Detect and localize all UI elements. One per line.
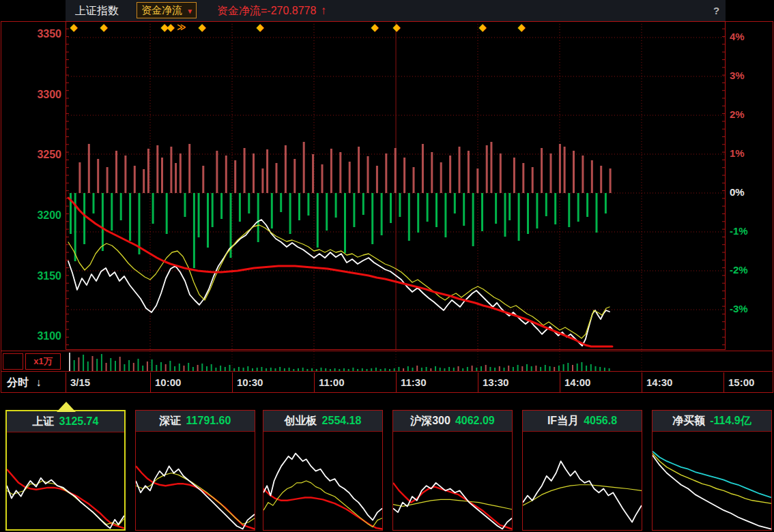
flow-bar-out (536, 193, 538, 228)
up-arrow-icon: ↑ (321, 4, 327, 17)
chevron-down-icon: ▼ (186, 8, 193, 15)
flow-bar-in (610, 168, 612, 193)
volume-bar (316, 369, 317, 371)
volume-bar (124, 364, 125, 371)
flow-bar-out (184, 193, 186, 217)
flow-bar-out (344, 193, 346, 253)
flow-bar-in (541, 148, 543, 193)
flow-bar-in (591, 160, 593, 193)
index-panel-4[interactable]: 沪深3004062.09 (392, 410, 513, 531)
flow-bar-out (220, 193, 223, 219)
flow-bar-in (358, 147, 360, 193)
flow-bar-in (285, 145, 287, 193)
volume-bar (334, 368, 336, 371)
volume-bar (147, 361, 148, 371)
price-line (68, 220, 610, 346)
volume-bar (257, 368, 258, 371)
volume-bar (440, 368, 441, 371)
volume-bar (453, 368, 455, 371)
volume-bar (554, 367, 555, 371)
index-panel-1[interactable]: 上证3125.74 (5, 410, 126, 531)
flow-bar-in (559, 144, 561, 193)
volume-bar (229, 365, 231, 371)
flow-bar-in (490, 142, 492, 193)
flow-bar-out (454, 193, 456, 213)
volume-bar (311, 368, 313, 371)
flow-bar-out (257, 193, 259, 242)
flow-bar-in (476, 168, 478, 193)
volume-bar (494, 368, 496, 371)
selected-panel-pointer-icon (57, 402, 76, 412)
volume-unit-label: x1万 (25, 353, 61, 370)
volume-bar (435, 366, 436, 371)
volume-bar (330, 369, 331, 371)
flow-bar-out (326, 193, 328, 231)
flow-bar-in (106, 167, 109, 193)
index-panel-3[interactable]: 创业板2554.18 (263, 410, 383, 531)
flow-bar-in (175, 163, 177, 193)
flow-bar-in (170, 147, 172, 193)
volume-bar (421, 368, 422, 371)
volume-bar (599, 367, 601, 371)
volume-bar (508, 366, 509, 371)
flow-bar-out (111, 193, 113, 231)
flow-bar-in (376, 166, 378, 193)
flow-bar-in (600, 166, 602, 193)
index-panel-5[interactable]: IF当月4056.8 (522, 410, 642, 531)
index-panel-6[interactable]: 净买额-114.9亿 (652, 410, 772, 531)
volume-bar (531, 366, 532, 371)
volume-bar (535, 366, 536, 371)
flow-bar-in (88, 144, 90, 193)
panel-title: IF当月 (547, 414, 579, 428)
mini-line (393, 499, 512, 509)
signal-diamond-icon: ◆ (100, 21, 108, 33)
signal-diamond-icon: ◆ (392, 21, 401, 33)
volume-bar (362, 368, 363, 371)
panel-header: 创业板2554.18 (263, 411, 382, 432)
flow-bar-out (280, 193, 282, 212)
flow-bar-in (216, 151, 218, 193)
flow-bar-in (143, 169, 145, 193)
help-icon[interactable]: ? (713, 0, 719, 21)
price-axis-label: 3350 (0, 28, 61, 40)
price-axis-label: 3250 (0, 149, 61, 161)
index-panel-2[interactable]: 深证11791.60 (135, 410, 255, 531)
flow-bar-out (207, 193, 209, 248)
volume-bar (188, 363, 189, 371)
flow-bar-in (293, 159, 296, 193)
volume-bar (110, 358, 111, 371)
flow-bar-in (78, 162, 81, 193)
flow-bar-out (586, 193, 588, 217)
price-axis-label: 3150 (0, 270, 61, 282)
time-cell: 10:30 (232, 372, 314, 392)
flow-bar-out (577, 193, 579, 222)
signal-diamond-icon: ◆ (478, 21, 487, 33)
flow-bar-in (312, 154, 314, 193)
flow-bar-out (362, 193, 364, 215)
signal-diamond-icon: ◆ (517, 21, 526, 33)
flow-bar-in (385, 153, 387, 193)
volume-bar (184, 366, 185, 371)
panel-mini-chart (653, 432, 771, 530)
flow-bar-out (444, 193, 446, 237)
volume-bar (225, 367, 226, 371)
volume-bar (403, 368, 404, 371)
volume-bar (306, 369, 308, 371)
volume-bar (220, 366, 221, 371)
price-axis-label: 3100 (0, 330, 61, 342)
flow-bar-out (212, 193, 214, 227)
flow-bar-in (440, 162, 442, 193)
flow-bar-out (317, 193, 319, 248)
panel-mini-chart (7, 432, 124, 529)
flow-bar-out (102, 193, 104, 251)
flow-metric-dropdown[interactable]: 资金净流 ▼ (137, 2, 197, 18)
volume-bar (266, 368, 267, 371)
volume-bar (325, 368, 326, 371)
arrow-down-icon: ↓ (35, 376, 41, 388)
chart-mode-selector[interactable]: 分时 ↓ (1, 372, 66, 392)
volume-bar (293, 369, 294, 371)
flow-bar-in (349, 162, 351, 193)
flow-bar-out (596, 193, 598, 233)
flow-bar-out (463, 193, 465, 226)
volume-bar (371, 368, 372, 371)
